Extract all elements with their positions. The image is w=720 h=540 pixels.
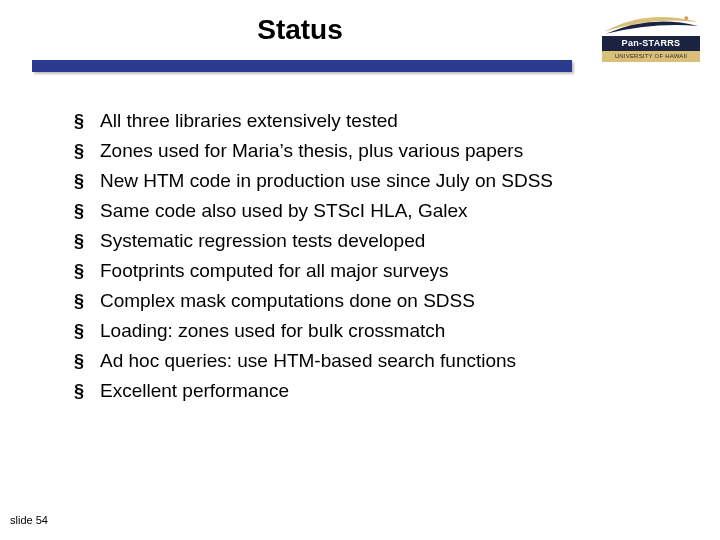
list-item: § Same code also used by STScI HLA, Gale… <box>74 198 660 224</box>
list-item-text: Footprints computed for all major survey… <box>100 258 448 284</box>
list-item-text: Complex mask computations done on SDSS <box>100 288 475 314</box>
list-item: § Ad hoc queries: use HTM-based search f… <box>74 348 660 374</box>
bullet-list: § All three libraries extensively tested… <box>74 108 660 408</box>
bullet-icon: § <box>74 288 86 314</box>
bullet-icon: § <box>74 228 86 254</box>
slide: Status Pan-STARRS UNIVERSITY OF HAWAII §… <box>0 0 720 540</box>
logo: Pan-STARRS UNIVERSITY OF HAWAII <box>596 8 706 68</box>
list-item: § Systematic regression tests developed <box>74 228 660 254</box>
list-item-text: Same code also used by STScI HLA, Galex <box>100 198 468 224</box>
bullet-icon: § <box>74 138 86 164</box>
bullet-icon: § <box>74 378 86 404</box>
bullet-icon: § <box>74 258 86 284</box>
bullet-icon: § <box>74 348 86 374</box>
list-item-text: Loading: zones used for bulk crossmatch <box>100 318 445 344</box>
list-item-text: Ad hoc queries: use HTM-based search fun… <box>100 348 516 374</box>
list-item: § Excellent performance <box>74 378 660 404</box>
bullet-icon: § <box>74 108 86 134</box>
bullet-icon: § <box>74 168 86 194</box>
slide-title: Status <box>0 14 600 46</box>
list-item-text: New HTM code in production use since Jul… <box>100 168 553 194</box>
svg-point-0 <box>684 16 688 20</box>
list-item: § New HTM code in production use since J… <box>74 168 660 194</box>
list-item-text: Systematic regression tests developed <box>100 228 425 254</box>
list-item-text: Zones used for Maria’s thesis, plus vari… <box>100 138 523 164</box>
title-divider <box>32 60 572 72</box>
list-item: § Complex mask computations done on SDSS <box>74 288 660 314</box>
logo-subtext: UNIVERSITY OF HAWAII <box>602 51 700 62</box>
list-item-text: Excellent performance <box>100 378 289 404</box>
list-item-text: All three libraries extensively tested <box>100 108 398 134</box>
list-item: § Loading: zones used for bulk crossmatc… <box>74 318 660 344</box>
bullet-icon: § <box>74 318 86 344</box>
logo-swoosh-icon <box>602 12 700 36</box>
list-item: § All three libraries extensively tested <box>74 108 660 134</box>
list-item: § Zones used for Maria’s thesis, plus va… <box>74 138 660 164</box>
logo-text: Pan-STARRS <box>602 36 700 51</box>
bullet-icon: § <box>74 198 86 224</box>
slide-number: slide 54 <box>10 514 48 526</box>
list-item: § Footprints computed for all major surv… <box>74 258 660 284</box>
